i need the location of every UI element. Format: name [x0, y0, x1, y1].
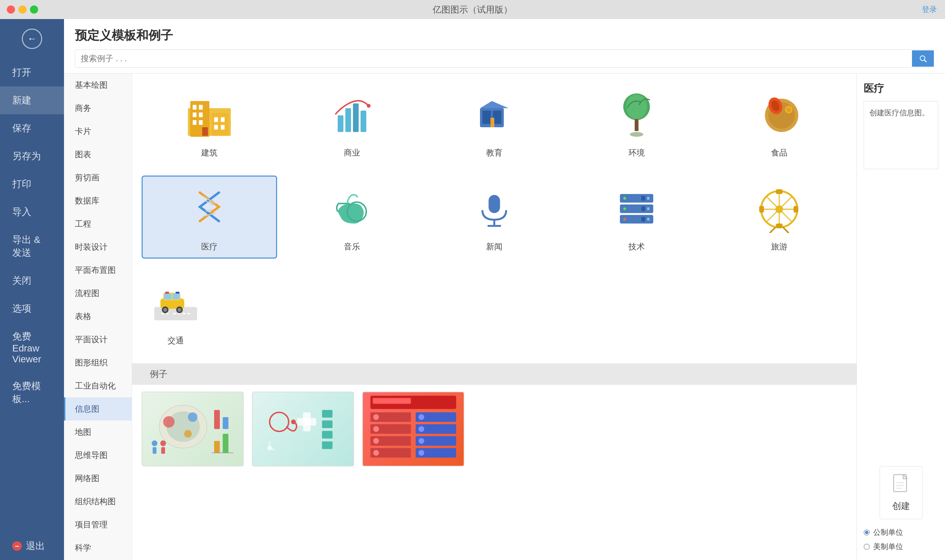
sidebar-label-open: 打开 — [12, 66, 31, 79]
svg-line-71 — [770, 227, 775, 233]
environment-icon — [613, 92, 660, 139]
template-card-education[interactable]: 教育 — [427, 82, 562, 165]
search-button[interactable] — [912, 50, 934, 67]
svg-rect-27 — [635, 119, 639, 131]
category-item-clip-art[interactable]: 剪切画 — [64, 166, 132, 189]
sidebar-item-options[interactable]: 选项 — [0, 295, 64, 323]
sidebar: ← 打开 新建 保存 另存为 打印 导入 导出 & 发送 — [0, 19, 64, 560]
svg-rect-10 — [199, 120, 202, 125]
svg-rect-6 — [199, 105, 202, 109]
titlebar: 亿图图示（试用版） 登录 — [0, 0, 945, 19]
sidebar-item-open[interactable]: 打开 — [0, 58, 64, 86]
template-icon-transport — [148, 276, 203, 330]
unit-public-label: 公制单位 — [873, 527, 903, 537]
template-card-medical[interactable]: 医疗 — [142, 175, 277, 258]
maximize-window-button[interactable] — [30, 5, 38, 14]
template-card-building[interactable]: 建筑 — [142, 82, 277, 165]
category-item-network[interactable]: 网络图 — [64, 467, 132, 490]
create-button[interactable]: 创建 — [880, 466, 922, 519]
unit-option-imperial[interactable]: 美制单位 — [864, 542, 903, 552]
transport-icon — [152, 279, 199, 327]
template-card-technology[interactable]: 技术 — [569, 175, 705, 258]
category-item-floorplan[interactable]: 平面布置图 — [64, 258, 132, 282]
svg-point-55 — [623, 207, 626, 210]
category-item-map[interactable]: 地图 — [64, 420, 132, 444]
template-label-music: 音乐 — [344, 241, 360, 252]
example-card-2[interactable] — [252, 392, 354, 466]
sidebar-item-free-templates[interactable]: 免费模板... — [0, 372, 64, 413]
example-card-1[interactable] — [142, 392, 244, 466]
category-item-fashion[interactable]: 时装设计 — [64, 235, 132, 258]
category-item-business[interactable]: 商务 — [64, 97, 132, 120]
sidebar-item-edraw-viewer[interactable]: 免费 Edraw Viewer — [0, 323, 64, 372]
category-item-infographic[interactable]: 信息图 — [64, 397, 132, 420]
category-item-database[interactable]: 数据库 — [64, 189, 132, 212]
template-icon-education — [467, 88, 521, 143]
svg-rect-13 — [214, 125, 218, 130]
sidebar-label-print: 打印 — [12, 178, 31, 191]
category-item-science[interactable]: 科学 — [64, 536, 132, 559]
svg-rect-8 — [199, 112, 202, 117]
music-icon — [328, 185, 376, 233]
category-item-project[interactable]: 项目管理 — [64, 513, 132, 536]
svg-rect-105 — [322, 410, 333, 417]
template-card-environment[interactable]: 环境 — [569, 82, 705, 165]
sidebar-label-close: 关闭 — [12, 274, 31, 287]
svg-rect-53 — [647, 218, 649, 220]
back-circle-icon[interactable]: ← — [22, 29, 42, 49]
category-item-graphic-org[interactable]: 图形组织 — [64, 351, 132, 374]
svg-point-56 — [623, 218, 626, 220]
category-item-engineering[interactable]: 工程 — [64, 212, 132, 235]
category-item-flowchart[interactable]: 流程图 — [64, 282, 132, 305]
svg-point-90 — [188, 412, 197, 422]
category-item-org-chart[interactable]: 组织结构图 — [64, 490, 132, 513]
template-card-music[interactable]: 音乐 — [284, 175, 419, 258]
category-item-chart[interactable]: 图表 — [64, 143, 132, 166]
search-input[interactable] — [75, 50, 912, 68]
sidebar-item-saveas[interactable]: 另存为 — [0, 142, 64, 170]
sidebar-item-exit[interactable]: – 退出 — [0, 532, 64, 560]
example-card-3[interactable] — [362, 392, 464, 466]
radio-imperial[interactable] — [864, 544, 870, 550]
category-item-flat-design[interactable]: 平面设计 — [64, 328, 132, 351]
template-icon-environment — [609, 88, 664, 143]
svg-rect-86 — [176, 292, 179, 294]
back-button[interactable]: ← — [0, 19, 64, 58]
category-item-industrial[interactable]: 工业自动化 — [64, 374, 132, 397]
create-doc-icon — [892, 473, 910, 497]
template-label-business: 商业 — [344, 147, 360, 158]
template-icon-travel — [752, 182, 806, 237]
svg-point-99 — [160, 441, 166, 446]
svg-point-122 — [373, 438, 379, 444]
category-item-form[interactable]: 表格 — [64, 305, 132, 328]
sidebar-item-new[interactable]: 新建 — [0, 86, 64, 114]
category-list: 基本绘图 商务 卡片 图表 剪切画 数据库 工程 时装设计 平面布置图 流程图 … — [64, 74, 132, 560]
svg-point-121 — [373, 426, 379, 432]
sidebar-item-close[interactable]: 关闭 — [0, 267, 64, 295]
sidebar-label-export: 导出 & 发送 — [12, 233, 52, 259]
sidebar-label-saveas: 另存为 — [12, 150, 41, 163]
education-icon — [470, 92, 518, 139]
template-card-travel[interactable]: 旅游 — [711, 175, 847, 258]
svg-point-89 — [163, 416, 175, 428]
template-card-food[interactable]: 食品 — [711, 82, 847, 165]
minimize-window-button[interactable] — [18, 5, 26, 14]
template-card-business[interactable]: 商业 — [284, 82, 419, 165]
category-item-mindmap[interactable]: 思维导图 — [64, 444, 132, 467]
svg-rect-51 — [647, 207, 649, 210]
unit-option-public[interactable]: 公制单位 — [864, 527, 903, 537]
svg-line-64 — [779, 209, 792, 222]
login-button[interactable]: 登录 — [922, 5, 937, 15]
radio-public[interactable] — [864, 529, 870, 535]
sidebar-item-save[interactable]: 保存 — [0, 114, 64, 142]
category-item-card[interactable]: 卡片 — [64, 120, 132, 143]
template-card-news[interactable]: 新闻 — [427, 175, 562, 258]
document-icon — [892, 473, 910, 494]
sidebar-item-export[interactable]: 导出 & 发送 — [0, 226, 64, 267]
close-window-button[interactable] — [7, 5, 15, 14]
sidebar-item-print[interactable]: 打印 — [0, 170, 64, 198]
category-item-basic-drawing[interactable]: 基本绘图 — [64, 74, 132, 97]
sidebar-item-import[interactable]: 导入 — [0, 198, 64, 226]
template-card-transport[interactable]: 交通 — [142, 269, 210, 352]
example-image-3 — [365, 392, 461, 466]
